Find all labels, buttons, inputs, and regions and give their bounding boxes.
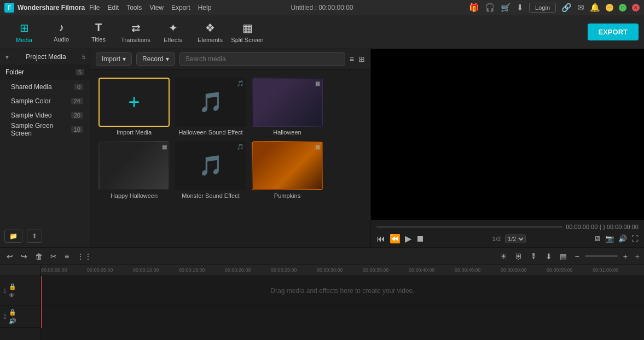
minimize-button[interactable]: — xyxy=(606,4,613,11)
import-dropdown[interactable]: Import ▾ xyxy=(96,52,132,66)
menu-export[interactable]: Export xyxy=(171,4,190,11)
track-1-icons: 🔒 👁 xyxy=(9,283,16,298)
tool-elements[interactable]: ❖ Elements xyxy=(192,17,229,47)
project-media-header[interactable]: ▼ Project Media 5 xyxy=(0,49,90,65)
collapse-arrow: ▼ xyxy=(4,54,10,60)
halloween-sound-icon: 🎵 xyxy=(199,91,223,114)
halloween-video-item[interactable]: ▦ Halloween xyxy=(249,75,326,138)
preview-time-end: 00:00:00:00 xyxy=(607,224,639,230)
adjust-button[interactable]: ≡ xyxy=(62,251,71,262)
undo-button[interactable]: ↩ xyxy=(4,251,15,262)
halloween-sound-corner-icon: 🎵 xyxy=(237,80,243,86)
prev-frame-button[interactable]: ⏪ xyxy=(390,233,401,244)
menu-help[interactable]: Help xyxy=(198,4,212,11)
redo-button[interactable]: ↪ xyxy=(19,251,30,262)
delete-button[interactable]: 🗑 xyxy=(33,251,45,262)
record-dropdown[interactable]: Record ▾ xyxy=(136,52,175,66)
export-button[interactable]: EXPORT xyxy=(588,24,639,40)
add-track-button[interactable]: + xyxy=(635,252,640,261)
elements-icon: ❖ xyxy=(205,21,215,34)
tool-media[interactable]: ⊞ Media xyxy=(5,17,43,47)
halloween-sound-item[interactable]: 🎵 🎵 Halloween Sound Effect xyxy=(172,75,249,138)
happy-halloween-item[interactable]: ▦ Happy Halloween xyxy=(96,138,172,202)
track-1-eye-icon[interactable]: 👁 xyxy=(9,292,16,298)
tool-audio[interactable]: ♪ Audio xyxy=(43,17,80,47)
close-button[interactable]: ✕ xyxy=(632,4,640,11)
audio-label: Audio xyxy=(54,36,69,43)
window-title: Untitled : 00:00:00:00 xyxy=(291,4,353,11)
preview-page-select[interactable]: 1/2 xyxy=(505,235,526,243)
preview-panel: 00:00:00:00 { } 00:00:00:00 ⏮ ⏪ ▶ ⏹ 1/2 … xyxy=(370,49,644,247)
track-1-number: 1 xyxy=(3,288,7,294)
import-label: Import xyxy=(102,55,120,63)
maximize-button[interactable]: □ xyxy=(619,4,626,11)
subtitle-button[interactable]: ▤ xyxy=(558,251,569,262)
sample-video-label: Sample Video xyxy=(11,112,52,119)
grid-view-button[interactable]: ⊞ xyxy=(358,55,365,63)
sidebar-item-folder[interactable]: Folder 5 xyxy=(0,65,90,80)
scale-slider[interactable] xyxy=(585,255,618,257)
tool-effects[interactable]: ✦ Effects xyxy=(154,17,192,47)
sidebar-item-sample-video[interactable]: Sample Video 20 xyxy=(0,108,90,122)
pumpkins-thumb: ▦ xyxy=(252,141,323,190)
stabilize-button[interactable]: ⛨ xyxy=(513,251,525,262)
monster-sound-corner-icon: 🎵 xyxy=(237,144,243,150)
sidebar-item-sample-color[interactable]: Sample Color 24 xyxy=(0,94,90,108)
track-1-lock-icon[interactable]: 🔒 xyxy=(9,283,16,290)
menu-edit[interactable]: Edit xyxy=(107,4,119,11)
effects-icon: ✦ xyxy=(169,21,178,34)
sidebar-item-sample-green-screen[interactable]: Sample Green Screen 10 xyxy=(0,122,90,137)
menu-file[interactable]: File xyxy=(89,4,100,11)
track-2-lock-icon[interactable]: 🔒 xyxy=(9,309,16,316)
halloween-sound-label: Halloween Sound Effect xyxy=(175,129,246,136)
track-headers: 1 🔒 👁 2 🔒 🔊 xyxy=(0,265,41,340)
fullscreen-icon[interactable]: ⛶ xyxy=(631,235,639,243)
headphone-icon[interactable]: 🎧 xyxy=(485,3,495,13)
cut-button[interactable]: ✂ xyxy=(48,251,59,262)
screenshot-icon[interactable]: 📷 xyxy=(605,235,614,243)
tool-titles[interactable]: T Titles xyxy=(80,17,117,47)
audio-adjust-button[interactable]: ⋮⋮ xyxy=(74,251,94,262)
share-icon[interactable]: 🔗 xyxy=(561,3,572,13)
bell-icon[interactable]: 🔔 xyxy=(590,3,600,13)
search-input[interactable] xyxy=(179,52,345,66)
progress-track[interactable] xyxy=(376,226,562,228)
zoom-plus-button[interactable]: + xyxy=(621,251,630,262)
menu-tools[interactable]: Tools xyxy=(126,4,142,11)
step-back-button[interactable]: ⏮ xyxy=(376,234,385,244)
sample-green-screen-label: Sample Green Screen xyxy=(11,122,71,137)
mic-button[interactable]: 🎙 xyxy=(528,251,540,262)
stop-button[interactable]: ⏹ xyxy=(416,234,425,244)
track-2-icons: 🔒 🔊 xyxy=(9,309,16,325)
menu-view[interactable]: View xyxy=(149,4,164,11)
import-media-item[interactable]: + Import Media xyxy=(96,75,172,138)
gift-icon[interactable]: 🎁 xyxy=(469,3,479,13)
snap-button[interactable]: ☀ xyxy=(498,251,509,262)
play-button[interactable]: ▶ xyxy=(405,233,411,244)
track-2-volume-icon[interactable]: 🔊 xyxy=(9,318,16,325)
download-icon[interactable]: ⬇ xyxy=(517,3,524,13)
tool-split-screen[interactable]: ▦ Split Screen xyxy=(229,17,266,47)
pumpkins-item[interactable]: ▦ Pumpkins xyxy=(249,138,326,202)
filter-button[interactable]: ≡ xyxy=(350,55,354,63)
timeline-scale: ☀ ⛨ 🎙 ⬇ ▤ − + + xyxy=(498,251,640,262)
pumpkins-corner-icon: ▦ xyxy=(315,144,320,150)
sample-color-label: Sample Color xyxy=(11,97,51,105)
monitor-icon[interactable]: 🖥 xyxy=(594,235,601,243)
zoom-minus-button[interactable]: − xyxy=(572,251,581,262)
sidebar-item-shared-media[interactable]: Shared Media 0 xyxy=(0,80,90,94)
message-icon[interactable]: ✉ xyxy=(577,3,584,13)
cart-icon[interactable]: 🛒 xyxy=(501,3,511,13)
volume-icon[interactable]: 🔊 xyxy=(618,235,627,243)
project-media-count: 5 xyxy=(82,54,85,60)
new-folder-button[interactable]: 📁 xyxy=(4,230,22,243)
monster-sound-item[interactable]: 🎵 🎵 Monster Sound Effect xyxy=(172,138,249,202)
video-track: Drag media and effects here to create yo… xyxy=(41,276,644,306)
tool-transitions[interactable]: ⇄ Transitions xyxy=(117,17,154,47)
happy-halloween-label: Happy Halloween xyxy=(98,192,170,199)
preview-timecode: 00:00:00:00 { } 00:00:00:00 xyxy=(566,224,639,230)
login-button[interactable]: Login xyxy=(529,3,556,13)
title-bar: F Wondershare Filmora File Edit Tools Vi… xyxy=(0,0,644,15)
import-timeline-button[interactable]: ⬇ xyxy=(543,251,554,262)
import-folder-button[interactable]: ⬆ xyxy=(27,230,42,243)
